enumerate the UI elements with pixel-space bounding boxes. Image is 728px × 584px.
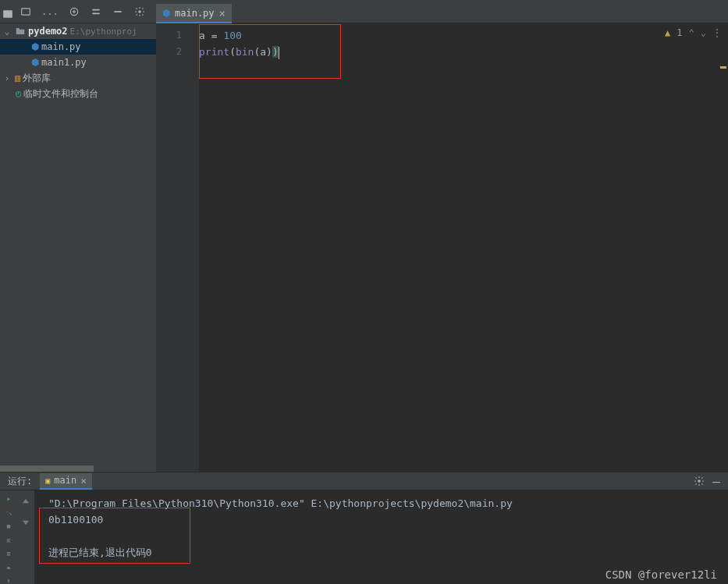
stop-button[interactable] xyxy=(3,511,14,516)
settings-button[interactable] xyxy=(133,5,146,18)
hide-panel-button[interactable]: — xyxy=(712,474,720,489)
file-label: main1.py xyxy=(41,57,87,68)
code-area[interactable]: a = 100 print(bin(a)) xyxy=(199,23,728,472)
watermark: CSDN @forever12li xyxy=(605,568,717,581)
svg-rect-7 xyxy=(7,525,10,528)
editor-inspection-status: ▲ 1 ⌃ ⌄ ⋮ xyxy=(665,27,722,38)
error-stripe-mark[interactable] xyxy=(720,66,726,69)
soft-wrap-button[interactable] xyxy=(3,538,14,543)
toolbar-ellipsis: ... xyxy=(41,6,59,17)
folder-icon xyxy=(15,26,26,37)
layout-button[interactable] xyxy=(3,524,14,529)
editor-body: 1 2 a = 100 print(bin(a)) ▲ 1 ⌃ ⌄ ⋮ xyxy=(156,23,728,472)
library-icon: ▥ xyxy=(15,73,20,83)
project-tree: ⌄ pydemo2 E:\pythonproj ⬢ main.py ⬢ main… xyxy=(0,23,156,472)
run-nav-bar xyxy=(17,490,34,584)
external-libraries[interactable]: › ▥ 外部库 xyxy=(0,70,156,86)
editor-column: ⬢ main.py × 1 2 a = 100 print(bin(a)) ▲ … xyxy=(156,23,728,472)
scratch-label: 临时文件和控制台 xyxy=(23,87,98,101)
console-output-line: 0b1100100 xyxy=(48,511,728,528)
expand-all-button[interactable] xyxy=(68,5,80,18)
python-file-icon: ⬢ xyxy=(162,8,170,19)
project-name: pydemo2 xyxy=(28,26,68,37)
scratches-consoles[interactable]: ◴ 临时文件和控制台 xyxy=(0,86,156,101)
chevron-right-icon[interactable]: › xyxy=(5,74,12,83)
gear-icon[interactable] xyxy=(694,476,705,487)
run-tab-label: main xyxy=(54,475,76,486)
stack-button[interactable] xyxy=(3,551,14,557)
svg-rect-8 xyxy=(7,552,10,554)
scratch-icon: ◴ xyxy=(16,88,21,99)
run-title: 运行: xyxy=(8,475,32,488)
prev-highlight-button[interactable]: ⌃ xyxy=(689,27,694,38)
line-number: 2 xyxy=(156,44,199,60)
svg-rect-3 xyxy=(22,8,30,14)
tab-label: main.py xyxy=(175,8,215,19)
close-icon[interactable]: × xyxy=(219,7,226,19)
console-command-line: "D:\Program Files\Python310\Python310.ex… xyxy=(48,495,728,511)
python-run-icon: ▣ xyxy=(45,476,50,485)
svg-rect-10 xyxy=(7,567,10,569)
collapse-all-button[interactable] xyxy=(90,5,102,18)
code-line-2: print(bin(a)) xyxy=(199,44,728,60)
code-line-1: a = 100 xyxy=(199,27,728,44)
python-file-icon: ⬢ xyxy=(31,57,39,68)
svg-rect-9 xyxy=(7,554,10,556)
project-path: E:\pythonproj xyxy=(70,27,137,37)
main-area: ⌄ pydemo2 E:\pythonproj ⬢ main.py ⬢ main… xyxy=(0,23,728,472)
file-label: main.py xyxy=(41,41,81,52)
project-tool-button[interactable] xyxy=(2,8,14,20)
select-open-file-button[interactable] xyxy=(20,5,32,18)
svg-point-6 xyxy=(698,480,701,483)
project-root[interactable]: ⌄ pydemo2 E:\pythonproj xyxy=(0,23,156,39)
file-main-py[interactable]: ⬢ main.py xyxy=(0,39,156,55)
close-icon[interactable]: × xyxy=(80,475,87,487)
svg-rect-0 xyxy=(3,10,12,17)
warning-icon[interactable]: ▲ xyxy=(665,27,670,38)
run-tab-main[interactable]: ▣ main × xyxy=(40,473,92,490)
console-exit-line: 进程已结束,退出代码0 xyxy=(48,544,728,561)
up-button[interactable] xyxy=(20,497,31,508)
down-button[interactable] xyxy=(20,516,31,527)
chevron-down-icon[interactable]: ⌄ xyxy=(5,27,12,36)
run-panel-header: 运行: ▣ main × — xyxy=(0,472,728,490)
caret xyxy=(279,47,279,59)
run-action-bar xyxy=(0,490,17,584)
line-number: 1 xyxy=(156,27,199,44)
print-button[interactable] xyxy=(3,565,14,571)
ext-lib-label: 外部库 xyxy=(23,72,51,85)
editor-tab-main[interactable]: ⬢ main.py × xyxy=(156,4,232,23)
svg-point-5 xyxy=(138,10,141,13)
pin-button[interactable] xyxy=(3,579,14,584)
gutter: 1 2 xyxy=(156,23,199,472)
python-file-icon: ⬢ xyxy=(31,41,39,52)
console-blank xyxy=(48,528,728,544)
divider-button[interactable] xyxy=(112,5,124,18)
rerun-button[interactable] xyxy=(3,497,14,502)
tree-h-scrollbar[interactable] xyxy=(0,465,94,472)
file-main1-py[interactable]: ⬢ main1.py xyxy=(0,55,156,70)
next-highlight-button[interactable]: ⌄ xyxy=(701,27,706,38)
top-toolbar: ... — xyxy=(0,0,728,23)
warning-count: 1 xyxy=(677,27,682,38)
editor-more-button[interactable]: ⋮ xyxy=(712,27,722,38)
